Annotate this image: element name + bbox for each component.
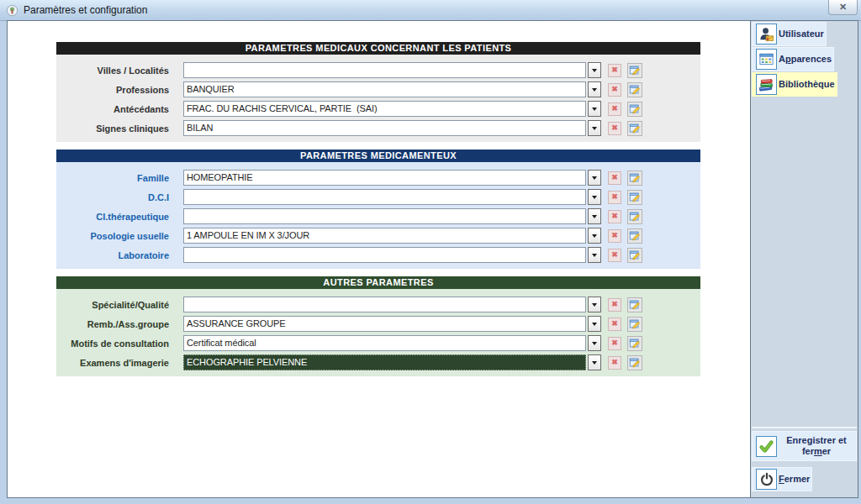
cl-therapeutique-dropdown-button[interactable]	[588, 208, 601, 224]
specialite-qualite-dropdown-button[interactable]	[588, 297, 601, 312]
laboratoire-delete-button[interactable]: ✖	[608, 249, 621, 262]
dci-label: D.C.I	[56, 192, 169, 202]
motifs-consultation-delete-button[interactable]: ✖	[608, 337, 621, 350]
famille-combobox[interactable]: HOMEOPATHIE	[183, 170, 586, 186]
delete-icon: ✖	[611, 251, 618, 259]
user-icon	[758, 26, 774, 42]
villes-localites-edit-button[interactable]	[627, 63, 642, 78]
specialite-qualite-combobox[interactable]	[183, 297, 586, 312]
dci-combobox[interactable]	[183, 189, 586, 205]
sections-container: PARAMETRES MEDICAUX CONCERNANT LES PATIE…	[8, 21, 750, 376]
edit-icon	[629, 299, 641, 311]
edit-icon	[629, 123, 641, 134]
section-body-parametres-medicamenteux: FamilleHOMEOPATHIE✖D.C.I✖Cl.thérapeutiqu…	[56, 162, 700, 269]
villes-localites-dropdown-button[interactable]	[588, 62, 601, 78]
famille-delete-button[interactable]: ✖	[608, 171, 621, 185]
laboratoire-dropdown-button[interactable]	[588, 247, 601, 263]
famille-edit-button[interactable]	[627, 171, 642, 186]
signes-cliniques-label: Signes cliniques	[56, 123, 169, 134]
motifs-consultation-dropdown-button[interactable]	[588, 335, 601, 351]
dci-delete-button[interactable]: ✖	[608, 191, 621, 204]
examens-imagerie-combobox[interactable]: ECHOGRAPHIE PELVIENNE	[183, 354, 586, 370]
delete-icon: ✖	[611, 359, 618, 366]
sidebar-item-label: Utilisateur	[777, 29, 826, 39]
action-button-label: Fermer	[777, 474, 811, 485]
chevron-down-icon	[592, 361, 597, 365]
fermer-button[interactable]: Fermer	[752, 467, 812, 491]
cl-therapeutique-delete-button[interactable]: ✖	[608, 210, 621, 223]
cl-therapeutique-combobox[interactable]	[183, 208, 586, 224]
examens-imagerie-dropdown-button[interactable]	[588, 354, 601, 370]
section-header-autres-parametres: AUTRES PARAMETRES	[56, 276, 700, 289]
library-icon	[758, 76, 774, 92]
posologie-usuelle-combobox[interactable]: 1 AMPOULE EN IM X 3/JOUR	[183, 228, 586, 244]
chevron-down-icon	[592, 69, 597, 72]
close-icon: ✕	[839, 2, 847, 13]
laboratoire-combobox[interactable]	[183, 247, 586, 263]
section-parametres-medicamenteux: PARAMETRES MEDICAMENTEUXFamilleHOMEOPATH…	[56, 150, 700, 269]
field-row-dci: D.C.I✖	[56, 187, 700, 207]
chevron-down-icon	[592, 342, 597, 345]
chevron-down-icon	[592, 196, 597, 199]
professions-edit-button[interactable]	[627, 82, 642, 97]
edit-icon	[629, 65, 641, 76]
posologie-usuelle-dropdown-button[interactable]	[588, 228, 601, 244]
enregistrer-et-fermer-button[interactable]: Enregistrer et fermer	[752, 431, 857, 461]
delete-icon: ✖	[611, 232, 618, 239]
posologie-usuelle-delete-button[interactable]: ✖	[608, 229, 621, 243]
specialite-qualite-delete-button[interactable]: ✖	[608, 298, 621, 312]
chevron-down-icon	[592, 303, 597, 307]
chevron-down-icon	[592, 127, 597, 130]
appearances-icon	[758, 51, 774, 67]
delete-icon: ✖	[611, 124, 618, 132]
delete-icon: ✖	[611, 66, 618, 74]
specialite-qualite-edit-button[interactable]	[627, 297, 642, 312]
field-row-signes-cliniques: Signes cliniquesBILAN✖	[56, 118, 700, 138]
section-parametres-medicaux-patients: PARAMETRES MEDICAUX CONCERNANT LES PATIE…	[56, 42, 700, 142]
professions-delete-button[interactable]: ✖	[608, 83, 621, 97]
signes-cliniques-delete-button[interactable]: ✖	[608, 122, 621, 135]
signes-cliniques-dropdown-button[interactable]	[588, 120, 601, 136]
appearances-icon-box	[756, 49, 777, 70]
examens-imagerie-edit-button[interactable]	[627, 355, 642, 370]
motifs-consultation-edit-button[interactable]	[627, 336, 642, 351]
villes-localites-combobox[interactable]	[183, 62, 586, 78]
antecedants-edit-button[interactable]	[627, 102, 642, 117]
remb-ass-groupe-combobox[interactable]: ASSURANCE GROUPE	[183, 316, 586, 332]
cl-therapeutique-edit-button[interactable]	[627, 209, 642, 224]
antecedants-combobox[interactable]: FRAC. DU RACHIS CERVICAL, PARTIE (SAI)	[183, 101, 586, 117]
famille-dropdown-button[interactable]	[588, 170, 601, 186]
sidebar-item-utilisateur[interactable]: Utilisateur	[752, 22, 827, 46]
edit-icon	[629, 192, 641, 203]
section-body-parametres-medicaux-patients: Villes / Localités✖ProfessionsBANQUIER✖A…	[56, 55, 700, 142]
close-button[interactable]: ✕	[828, 0, 858, 15]
famille-label: Famille	[56, 173, 169, 183]
edit-icon	[629, 357, 641, 369]
sidebar-item-apparences[interactable]: Apparences	[752, 47, 834, 71]
examens-imagerie-delete-button[interactable]: ✖	[608, 356, 621, 370]
field-row-examens-imagerie: Examens d'imagerieECHOGRAPHIE PELVIENNE✖	[56, 353, 700, 372]
posologie-usuelle-edit-button[interactable]	[627, 228, 642, 244]
sidebar-item-bibliotheque[interactable]: Bibliothèque	[752, 72, 837, 97]
antecedants-delete-button[interactable]: ✖	[608, 102, 621, 116]
villes-localites-delete-button[interactable]: ✖	[608, 64, 621, 77]
professions-dropdown-button[interactable]	[588, 81, 601, 97]
signes-cliniques-combobox[interactable]: BILAN	[183, 120, 586, 136]
remb-ass-groupe-dropdown-button[interactable]	[588, 316, 601, 332]
field-row-specialite-qualite: Spécialité/Qualité✖	[56, 295, 700, 314]
dci-dropdown-button[interactable]	[588, 189, 601, 205]
chevron-down-icon	[592, 234, 597, 238]
power-icon	[759, 472, 774, 487]
laboratoire-edit-button[interactable]	[627, 248, 642, 263]
dci-edit-button[interactable]	[627, 190, 642, 205]
remb-ass-groupe-edit-button[interactable]	[627, 317, 642, 332]
motifs-consultation-combobox[interactable]: Certificat médical	[183, 335, 586, 351]
antecedants-dropdown-button[interactable]	[588, 101, 601, 117]
professions-combobox[interactable]: BANQUIER	[183, 81, 586, 97]
library-icon-box	[756, 74, 777, 95]
remb-ass-groupe-delete-button[interactable]: ✖	[608, 318, 621, 331]
signes-cliniques-edit-button[interactable]	[627, 121, 642, 136]
sidebar-item-label: Bibliothèque	[777, 79, 837, 90]
window-title: Paramètres et configuration	[24, 4, 147, 16]
app-icon	[6, 4, 18, 17]
